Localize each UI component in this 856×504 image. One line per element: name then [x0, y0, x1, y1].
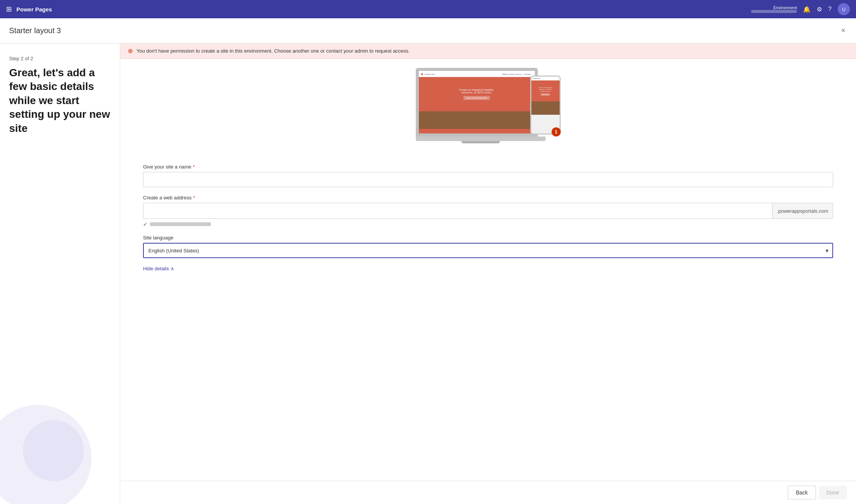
bottom-bar: Back Done [120, 481, 856, 504]
language-select-wrapper: English (United States) French (France) … [143, 243, 833, 258]
chevron-up-icon: ∧ [171, 266, 174, 271]
waffle-icon[interactable]: ⊞ [6, 5, 12, 13]
mobile-menu-icon: ☰ [557, 78, 558, 79]
preview-mockup: Company name All Access Pages Contact us… [416, 68, 561, 152]
step-label: Step 2 of 2 [9, 56, 111, 61]
mobile-nav-bar: Company name ☰ [531, 77, 560, 80]
web-address-row: .powerappsportals.com [143, 203, 833, 219]
mobile-image-strip [531, 101, 560, 115]
back-button[interactable]: Back [788, 486, 816, 499]
page-title: Starter layout 3 [9, 26, 61, 35]
page-header: Starter layout 3 × [0, 18, 856, 43]
site-name-field-group: Give your site a name * [143, 164, 833, 187]
gear-icon[interactable]: ⚙ [817, 6, 822, 13]
validation-row: ✓ [143, 221, 833, 227]
error-banner: ⊗ You don't have permission to create a … [120, 43, 856, 59]
language-field-group: Site language English (United States) Fr… [143, 235, 833, 258]
hide-details-label: Hide details [143, 266, 169, 271]
site-name-label: Give your site a name * [143, 164, 833, 170]
left-sidebar: Step 2 of 2 Great, let's add a few basic… [0, 43, 120, 504]
required-indicator-2: * [193, 195, 195, 201]
laptop-cta-btn: Add a call to action here [463, 96, 490, 100]
right-content: ⊗ You don't have permission to create a … [120, 43, 856, 504]
top-nav: ⊞ Power Pages Environment 🔔 ⚙ ? U [0, 0, 856, 18]
language-select[interactable]: English (United States) French (France) … [143, 243, 833, 258]
web-address-field-group: Create a web address * .powerappsportals… [143, 195, 833, 227]
validation-text [150, 222, 211, 226]
web-address-input[interactable] [143, 203, 772, 218]
app-name: Power Pages [16, 6, 52, 13]
sidebar-decoration2 [23, 420, 84, 481]
laptop-hero: Create an engaging headline,welcome, or … [419, 77, 535, 111]
laptop-screen: Company name All Access Pages Contact us… [416, 68, 538, 136]
laptop-hero-text: Create an engaging headline,welcome, or … [459, 88, 494, 94]
preview-container: Company name All Access Pages Contact us… [143, 68, 833, 152]
mobile-hero-text: Create an engagingheadline, welcome,or c… [539, 87, 552, 92]
avatar[interactable]: U [838, 3, 850, 15]
mobile-frame: Company name ☰ Create an engagingheadlin… [530, 75, 561, 135]
environment-value [751, 10, 797, 13]
close-button[interactable]: × [840, 25, 847, 36]
laptop-company-name: Company name [425, 73, 501, 75]
web-address-label: Create a web address * [143, 195, 833, 201]
mobile-hero: Create an engagingheadline, welcome,or c… [531, 80, 560, 101]
hide-details-button[interactable]: Hide details ∧ [143, 266, 174, 271]
laptop-image-strip [419, 111, 535, 129]
done-button: Done [819, 486, 847, 499]
mobile-cta-btn: Call to action [541, 93, 550, 96]
required-indicator: * [193, 164, 195, 170]
web-address-suffix: .powerappsportals.com [772, 203, 833, 218]
environment-selector[interactable]: Environment [751, 5, 797, 13]
nav-right: Environment 🔔 ⚙ ? U [751, 3, 850, 15]
laptop-logo-dot [421, 73, 423, 75]
form-area: Company name All Access Pages Contact us… [120, 59, 856, 481]
error-icon: ⊗ [128, 47, 133, 55]
laptop-base [416, 136, 545, 141]
laptop-mockup: Company name All Access Pages Contact us… [416, 68, 545, 148]
mobile-company-name: Company name [533, 78, 557, 79]
mobile-notification-badge: 1 [552, 127, 561, 136]
laptop-nav-bar: Company name All Access Pages Contact us… [419, 71, 535, 77]
site-name-input[interactable] [143, 172, 833, 187]
step-heading: Great, let's add a few basic details whi… [9, 66, 111, 135]
mobile-mockup: Company name ☰ Create an engagingheadlin… [530, 75, 561, 136]
help-icon[interactable]: ? [828, 6, 832, 13]
laptop-foot [462, 141, 500, 143]
main-content: Step 2 of 2 Great, let's add a few basic… [0, 43, 856, 504]
laptop-nav-items: All Access Pages Contact us ··· Download [502, 73, 531, 75]
notification-icon[interactable]: 🔔 [803, 6, 811, 13]
check-icon: ✓ [143, 221, 148, 227]
environment-label: Environment [773, 5, 797, 10]
language-label: Site language [143, 235, 833, 241]
error-message: You don't have permission to create a si… [137, 48, 410, 54]
